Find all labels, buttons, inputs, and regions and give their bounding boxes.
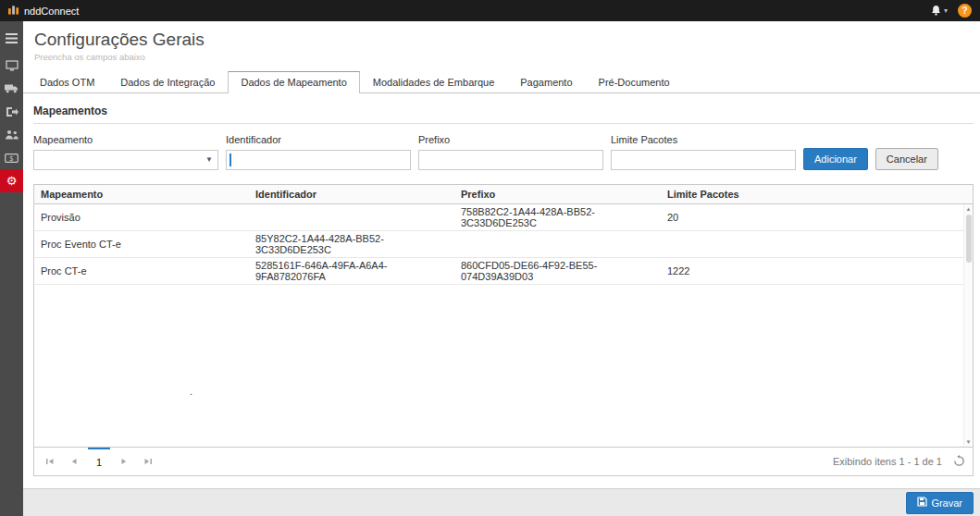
save-icon (917, 497, 927, 509)
bell-icon (931, 5, 941, 18)
chevron-down-icon: ▼ (205, 155, 213, 164)
mapping-form: Mapeamento ▼ Identificador Prefixo Limit… (33, 134, 974, 170)
table-body: Provisão 758B82C2-1A44-428A-BB52-3C33D6D… (34, 204, 973, 447)
content: Mapeamentos Mapeamento ▼ Identificador P… (23, 104, 980, 476)
identificador-label: Identificador (226, 134, 411, 145)
tab-dados-otm[interactable]: Dados OTM (27, 71, 107, 93)
field-identificador: Identificador (226, 134, 411, 170)
footer-bar: Gravar (23, 488, 980, 516)
pagination-status: Exibindo itens 1 - 1 de 1 (833, 456, 942, 467)
text-cursor (229, 154, 231, 166)
table-row[interactable]: Proc Evento CT-e 85Y82C2-1A44-428A-BB52-… (34, 231, 973, 258)
column-header-limite-pacotes[interactable]: Limite Pacotes (661, 189, 973, 200)
column-header-identificador[interactable]: Identificador (249, 189, 454, 200)
cancelar-button[interactable]: Cancelar (875, 148, 938, 170)
field-limite-pacotes: Limite Pacotes (611, 134, 796, 170)
adicionar-button[interactable]: Adicionar (803, 148, 868, 170)
tab-dados-integracao[interactable]: Dados de Integração (107, 71, 228, 93)
scroll-down-icon[interactable]: ▼ (964, 437, 973, 447)
topbar: nddConnect ▾ ? (0, 0, 980, 21)
first-page-button[interactable] (38, 448, 62, 475)
prefixo-input[interactable] (418, 150, 603, 170)
page-subtitle: Preencha os campos abaixo (34, 52, 969, 62)
stray-dot: . (190, 386, 192, 397)
tab-bar: Dados OTM Dados de Integração Dados de M… (23, 70, 980, 93)
limite-pacotes-label: Limite Pacotes (611, 134, 796, 145)
truck-icon[interactable] (0, 77, 23, 100)
cell-prefixo: 758B82C2-1A44-428A-BB52-3C33D6DE253C (454, 206, 661, 228)
scroll-up-icon[interactable]: ▲ (964, 204, 973, 214)
mapeamento-label: Mapeamento (33, 134, 218, 145)
gravar-button[interactable]: Gravar (906, 492, 974, 514)
billing-icon[interactable]: $ (0, 146, 23, 169)
cell-identificador: 5285161F-646A-49FA-A6A4-9FA8782076FA (249, 260, 454, 282)
table-header-row: Mapeamento Identificador Prefixo Limite … (34, 185, 973, 204)
cell-mapeamento: Proc CT-e (34, 265, 249, 276)
users-icon[interactable] (0, 123, 23, 146)
cell-mapeamento: Proc Evento CT-e (34, 239, 249, 250)
mapeamento-select[interactable]: ▼ (33, 150, 218, 170)
cell-mapeamento: Provisão (34, 212, 249, 223)
field-mapeamento: Mapeamento ▼ (33, 134, 218, 170)
cell-identificador: 85Y82C2-1A44-428A-BB52-3C33D6DE253C (249, 233, 454, 255)
section-title: Mapeamentos (33, 104, 974, 124)
table-row[interactable]: Proc CT-e 5285161F-646A-49FA-A6A4-9FA878… (34, 258, 973, 285)
brand-logo-icon (8, 5, 19, 17)
brand-name: nddConnect (24, 6, 79, 17)
settings-icon[interactable]: ⚙ (0, 169, 23, 192)
devices-icon[interactable] (0, 54, 23, 77)
brand[interactable]: nddConnect (8, 5, 79, 17)
previous-page-button[interactable] (62, 448, 86, 475)
tab-pre-documento[interactable]: Pré-Documento (586, 71, 683, 93)
page-header: Configurações Gerais Preencha os campos … (23, 21, 980, 62)
table-row[interactable]: Provisão 758B82C2-1A44-428A-BB52-3C33D6D… (34, 204, 973, 231)
tab-dados-mapeamento[interactable]: Dados de Mapeamento (228, 71, 359, 93)
svg-text:$: $ (9, 154, 14, 162)
field-prefixo: Prefixo (418, 134, 603, 170)
notifications-button[interactable]: ▾ (931, 5, 948, 18)
scrollbar-thumb[interactable] (966, 215, 972, 263)
tab-modalidades-embarque[interactable]: Modalidades de Embarque (360, 71, 507, 93)
cell-prefixo: 860CFD05-DE66-4F92-BE55-074D39A39D03 (454, 260, 661, 282)
column-header-prefixo[interactable]: Prefixo (454, 189, 661, 200)
cell-limite-pacotes: 20 (661, 212, 973, 223)
tab-pagamento[interactable]: Pagamento (507, 71, 585, 93)
table-scrollbar[interactable]: ▲ ▼ (963, 204, 973, 447)
menu-icon[interactable] (0, 27, 23, 50)
prefixo-label: Prefixo (418, 134, 603, 145)
gravar-button-label: Gravar (931, 498, 962, 509)
page-title: Configurações Gerais (34, 30, 969, 51)
column-header-mapeamento[interactable]: Mapeamento (34, 189, 249, 200)
chevron-down-icon: ▾ (944, 7, 948, 15)
limite-pacotes-input[interactable] (611, 150, 796, 170)
page-number-current[interactable]: 1 (88, 448, 110, 475)
next-page-button[interactable] (112, 448, 136, 475)
main-content: Configurações Gerais Preencha os campos … (23, 21, 980, 516)
help-button[interactable]: ? (958, 4, 972, 18)
pagination-bar: 1 Exibindo itens 1 - 1 de 1 (34, 447, 973, 475)
last-page-button[interactable] (136, 448, 160, 475)
cell-limite-pacotes: 1222 (661, 265, 973, 276)
refresh-icon[interactable] (953, 455, 965, 467)
mappings-table: Mapeamento Identificador Prefixo Limite … (33, 184, 974, 476)
sidebar: $ ⚙ (0, 21, 23, 516)
export-icon[interactable] (0, 100, 23, 123)
identificador-input[interactable] (226, 150, 411, 170)
